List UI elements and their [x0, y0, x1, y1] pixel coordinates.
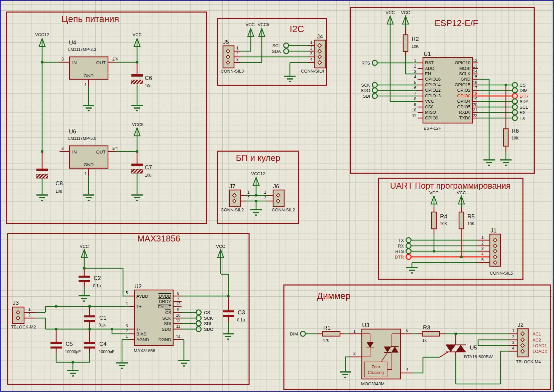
vcc-power-arrow-icon[interactable]: [431, 196, 437, 204]
max31856-c3-ref: C3: [238, 309, 245, 316]
max31856-u2-pn2: 2: [126, 328, 128, 333]
esp-u1-pn2: 2: [414, 64, 416, 69]
vcc-power-arrow-icon[interactable]: [81, 250, 87, 258]
cs-terminal[interactable]: [513, 83, 518, 88]
ground-icon[interactable]: [83, 195, 94, 200]
vcc5-power-arrow-icon[interactable]: [259, 28, 265, 36]
r4-resistor[interactable]: [432, 212, 436, 229]
sdo-terminal[interactable]: [372, 88, 377, 93]
c8-capacitor[interactable]: [36, 169, 48, 178]
vcc5-power-arrow-icon[interactable]: [134, 128, 140, 136]
vcc-power-arrow-icon[interactable]: [248, 28, 254, 36]
sdi-terminal[interactable]: [196, 321, 201, 326]
power-u6-pin3: 3: [62, 146, 64, 151]
dimmer-j2-pn4: 4: [512, 346, 515, 351]
tx-terminal[interactable]: [513, 116, 518, 121]
ground-icon[interactable]: [250, 210, 262, 215]
c7-capacitor[interactable]: [131, 164, 143, 173]
max31856-sdo-label: SDO: [204, 327, 213, 332]
junction: [433, 250, 435, 253]
ground-icon[interactable]: [116, 363, 128, 368]
esp-u1-pn9: 9: [414, 102, 416, 107]
rx-terminal[interactable]: [513, 110, 518, 115]
c1-capacitor[interactable]: [84, 315, 95, 322]
sdi-terminal[interactable]: [372, 94, 377, 99]
r5-resistor[interactable]: [459, 212, 464, 229]
vcc-power-arrow-icon[interactable]: [458, 196, 464, 204]
sdo-terminal[interactable]: [196, 327, 201, 332]
scl-terminal[interactable]: [513, 105, 518, 110]
uart-block: [378, 178, 523, 279]
vcc-power-arrow-icon[interactable]: [134, 38, 140, 46]
sck-terminal[interactable]: [196, 316, 201, 321]
max31856-u2-drdy: DRDY: [159, 299, 171, 304]
ground-icon[interactable]: [79, 296, 90, 301]
tx-terminal[interactable]: [406, 238, 411, 243]
ground-icon[interactable]: [500, 160, 512, 165]
esp-sck-label: SCK: [361, 83, 370, 88]
r2-resistor[interactable]: [403, 35, 408, 52]
uart-dtr-net[interactable]: [411, 229, 490, 257]
vcc-power-arrow-icon[interactable]: [387, 16, 393, 24]
esp-u1-pn21: 21: [473, 108, 477, 112]
j6-connector[interactable]: [273, 190, 284, 207]
i2c-j5-type: CONN-SIL3: [221, 69, 244, 74]
uart-rx-label: RX: [398, 243, 404, 249]
ground-icon[interactable]: [36, 195, 48, 200]
max31856-cs-label: CS: [204, 310, 210, 315]
r6-resistor[interactable]: [504, 129, 508, 146]
sda-terminal[interactable]: [284, 49, 289, 54]
dim-terminal[interactable]: [301, 331, 306, 336]
c6-capacitor[interactable]: [131, 74, 143, 84]
dim-terminal[interactable]: [513, 88, 518, 93]
uart-j1-pn3: 3: [481, 246, 484, 251]
c2-capacitor[interactable]: [79, 276, 90, 282]
c5-capacitor[interactable]: [50, 342, 62, 349]
dimmer-u3-pn1: 1: [353, 329, 356, 334]
ground-icon[interactable]: [340, 372, 351, 377]
max-wires-green[interactable]: [35, 258, 228, 371]
rx-terminal[interactable]: [406, 243, 411, 249]
ground-icon[interactable]: [131, 105, 143, 111]
dtr-terminal[interactable]: [513, 94, 518, 99]
ground-icon[interactable]: [178, 361, 190, 366]
dimmer-j2-ref: J2: [518, 322, 524, 328]
vcc12-power-arrow-icon[interactable]: [253, 177, 259, 185]
max-wires-red[interactable]: [24, 268, 228, 353]
esp-u1-pn10: 10: [412, 108, 417, 112]
ground-icon[interactable]: [83, 105, 94, 111]
scl-terminal[interactable]: [284, 43, 289, 48]
ground-icon[interactable]: [131, 195, 143, 200]
j7-connector[interactable]: [229, 190, 240, 207]
vcc12-power-arrow-icon[interactable]: [39, 38, 45, 46]
sda-terminal[interactable]: [513, 99, 518, 104]
dtr-terminal[interactable]: [406, 255, 411, 260]
dimmer-zc-line2: Crossing: [368, 370, 383, 375]
esp-u1-gpio4: GPIO4: [457, 99, 470, 104]
ground-icon[interactable]: [67, 371, 79, 376]
ground-icon[interactable]: [406, 268, 418, 273]
j3-connector[interactable]: [12, 307, 24, 323]
cs-terminal[interactable]: [196, 310, 201, 315]
junction: [111, 328, 113, 330]
ground-icon[interactable]: [284, 76, 296, 82]
max31856-u2-pn1: 1: [126, 334, 128, 339]
c4-capacitor[interactable]: [84, 342, 95, 349]
esp-u1-pn11: 11: [412, 113, 417, 118]
i2c-wires-green[interactable]: [240, 36, 308, 76]
ground-icon[interactable]: [483, 160, 495, 165]
u5-triac[interactable]: [446, 345, 466, 352]
r1-resistor[interactable]: [323, 331, 340, 336]
psu-j6-ref: J6: [273, 183, 279, 190]
rts-terminal[interactable]: [406, 249, 411, 254]
vcc-power-arrow-icon[interactable]: [218, 250, 224, 258]
sck-terminal[interactable]: [372, 83, 377, 88]
r3-resistor[interactable]: [422, 331, 440, 336]
c3-capacitor[interactable]: [223, 310, 234, 317]
max31856-u2-tminus: T-: [136, 327, 140, 332]
rts-terminal[interactable]: [372, 61, 377, 66]
vcc-power-arrow-icon[interactable]: [403, 16, 409, 24]
max-frame: [8, 233, 249, 384]
ground-icon[interactable]: [223, 334, 234, 339]
max31856-c3-value: 0.1u: [237, 318, 245, 322]
